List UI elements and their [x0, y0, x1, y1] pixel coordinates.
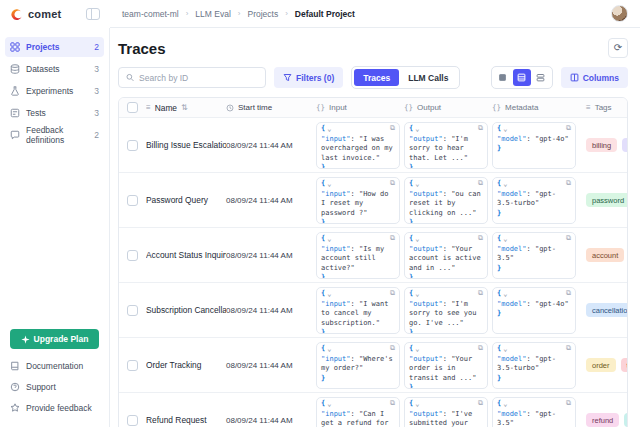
collapse-chevron-icon[interactable]: ⌄ — [503, 126, 507, 132]
copy-icon[interactable]: ⧉ — [390, 179, 395, 189]
sidebar-item-feedback-definitions[interactable]: Feedback definitions 2 — [5, 125, 104, 145]
table-row[interactable]: Subscription Cancellation 08/09/24 11:44… — [119, 283, 627, 338]
list-column-icon: ≡ — [586, 103, 591, 112]
tag[interactable]: tracking — [621, 358, 628, 372]
density-relaxed-button[interactable] — [532, 69, 550, 86]
collapse-chevron-icon[interactable]: ⌄ — [327, 291, 331, 297]
filters-button[interactable]: Filters (0) — [274, 67, 343, 88]
json-column-icon: {} — [492, 103, 501, 112]
copy-icon[interactable]: ⧉ — [478, 399, 483, 409]
table-row[interactable]: Order Tracking 08/09/24 11:44 AM {⌄⧉ "in… — [119, 338, 627, 393]
input-json-cell: {⌄⧉ "input": "Is my account still active… — [316, 232, 400, 279]
copy-icon[interactable]: ⧉ — [478, 179, 483, 189]
collapse-chevron-icon[interactable]: ⌄ — [327, 401, 331, 407]
collapse-chevron-icon[interactable]: ⌄ — [503, 181, 507, 187]
breadcrumb-workspace[interactable]: team-comet-ml — [122, 9, 179, 19]
copy-icon[interactable]: ⧉ — [390, 399, 395, 409]
sidebar-item-experiments[interactable]: Experiments 3 — [5, 81, 104, 101]
copy-icon[interactable]: ⧉ — [566, 179, 571, 189]
collapse-chevron-icon[interactable]: ⌄ — [415, 126, 419, 132]
sidebar-item-label: Datasets — [26, 64, 60, 74]
sidebar-item-count: 3 — [94, 108, 99, 118]
collapse-chevron-icon[interactable]: ⌄ — [503, 401, 507, 407]
search-input[interactable] — [139, 73, 258, 83]
sort-icon[interactable]: ⇅ — [181, 103, 188, 112]
copy-icon[interactable]: ⧉ — [566, 124, 571, 134]
upgrade-plan-button[interactable]: Upgrade Plan — [10, 329, 99, 349]
toolbar: Filters (0) Traces LLM Calls — [118, 66, 628, 89]
density-medium-button[interactable] — [513, 69, 531, 86]
breadcrumb-project-group[interactable]: LLM Eval — [195, 9, 230, 19]
tab-traces[interactable]: Traces — [354, 69, 399, 86]
row-checkbox[interactable] — [127, 140, 138, 151]
sidebar-item-provide-feedback[interactable]: Provide feedback — [5, 398, 104, 418]
copy-icon[interactable]: ⧉ — [390, 234, 395, 244]
sidebar-item-datasets[interactable]: Datasets 3 — [5, 59, 104, 79]
tag[interactable]: refund — [586, 413, 619, 427]
sidebar-item-documentation[interactable]: Documentation — [5, 356, 104, 376]
collapse-chevron-icon[interactable]: ⌄ — [415, 236, 419, 242]
tag[interactable]: account — [586, 248, 624, 262]
sidebar-item-projects[interactable]: Projects 2 — [5, 37, 104, 57]
row-checkbox[interactable] — [127, 305, 138, 316]
breadcrumb-projects[interactable]: Projects — [247, 9, 278, 19]
sidebar-collapse-icon[interactable] — [86, 8, 100, 20]
traces-llmcalls-toggle: Traces LLM Calls — [351, 66, 460, 89]
sidebar-item-support[interactable]: Support — [5, 377, 104, 397]
table-row[interactable]: Refund Request 08/09/24 11:44 AM {⌄⧉ "in… — [119, 393, 627, 427]
trace-start-time: 08/09/24 11:44 AM — [226, 251, 316, 260]
tag[interactable]: request — [624, 413, 628, 427]
search-box[interactable] — [118, 67, 266, 88]
chevron-right-icon: › — [285, 9, 288, 18]
trace-name: Order Tracking — [146, 360, 226, 370]
grid-icon — [10, 42, 20, 52]
row-checkbox[interactable] — [127, 360, 138, 371]
copy-icon[interactable]: ⧉ — [566, 289, 571, 299]
metadata-json-cell: {⌄⧉ "model": "gpt-3.5" } — [492, 232, 576, 279]
collapse-chevron-icon[interactable]: ⌄ — [415, 346, 419, 352]
row-checkbox[interactable] — [127, 415, 138, 426]
select-all-checkbox[interactable] — [127, 102, 138, 113]
collapse-chevron-icon[interactable]: ⌄ — [327, 346, 331, 352]
collapse-chevron-icon[interactable]: ⌄ — [327, 181, 331, 187]
collapse-chevron-icon[interactable]: ⌄ — [415, 181, 419, 187]
table-row[interactable]: Account Status Inquiry 08/09/24 11:44 AM… — [119, 228, 627, 283]
tag[interactable]: password — [586, 193, 628, 207]
row-checkbox[interactable] — [127, 195, 138, 206]
sidebar-item-tests[interactable]: Tests 3 — [5, 103, 104, 123]
copy-icon[interactable]: ⧉ — [478, 234, 483, 244]
collapse-chevron-icon[interactable]: ⌄ — [503, 291, 507, 297]
collapse-chevron-icon[interactable]: ⌄ — [503, 236, 507, 242]
collapse-chevron-icon[interactable]: ⌄ — [327, 126, 331, 132]
density-compact-button[interactable] — [494, 69, 512, 86]
row-checkbox[interactable] — [127, 250, 138, 261]
tag[interactable]: order — [586, 358, 616, 372]
collapse-chevron-icon[interactable]: ⌄ — [415, 291, 419, 297]
columns-button[interactable]: Columns — [561, 67, 628, 88]
copy-icon[interactable]: ⧉ — [566, 234, 571, 244]
copy-icon[interactable]: ⧉ — [566, 399, 571, 409]
comet-logo[interactable]: comet — [10, 8, 61, 21]
input-json-cell: {⌄⧉ "input": "Can I get a refund for my … — [316, 397, 400, 427]
copy-icon[interactable]: ⧉ — [566, 344, 571, 354]
copy-icon[interactable]: ⧉ — [478, 289, 483, 299]
tag[interactable]: escalation — [622, 138, 628, 152]
table-row[interactable]: Password Query 08/09/24 11:44 AM {⌄⧉ "in… — [119, 173, 627, 228]
tab-llm-calls[interactable]: LLM Calls — [399, 69, 457, 86]
copy-icon[interactable]: ⧉ — [390, 344, 395, 354]
copy-icon[interactable]: ⧉ — [390, 289, 395, 299]
user-avatar[interactable] — [611, 5, 628, 22]
collapse-chevron-icon[interactable]: ⌄ — [503, 346, 507, 352]
refresh-button[interactable]: ⟳ — [608, 38, 628, 58]
tag[interactable]: billing — [586, 138, 617, 152]
collapse-chevron-icon[interactable]: ⌄ — [415, 401, 419, 407]
copy-icon[interactable]: ⧉ — [390, 124, 395, 134]
comet-flame-icon — [10, 8, 23, 21]
trace-start-time: 08/09/24 11:44 AM — [226, 306, 316, 315]
copy-icon[interactable]: ⧉ — [478, 124, 483, 134]
output-json-cell: {⌄⧉ "output": "Your account is active an… — [404, 232, 488, 279]
collapse-chevron-icon[interactable]: ⌄ — [327, 236, 331, 242]
table-row[interactable]: Billing Issue Escalation 08/09/24 11:44 … — [119, 118, 627, 173]
copy-icon[interactable]: ⧉ — [478, 344, 483, 354]
tag[interactable]: cancellation — [586, 303, 628, 317]
